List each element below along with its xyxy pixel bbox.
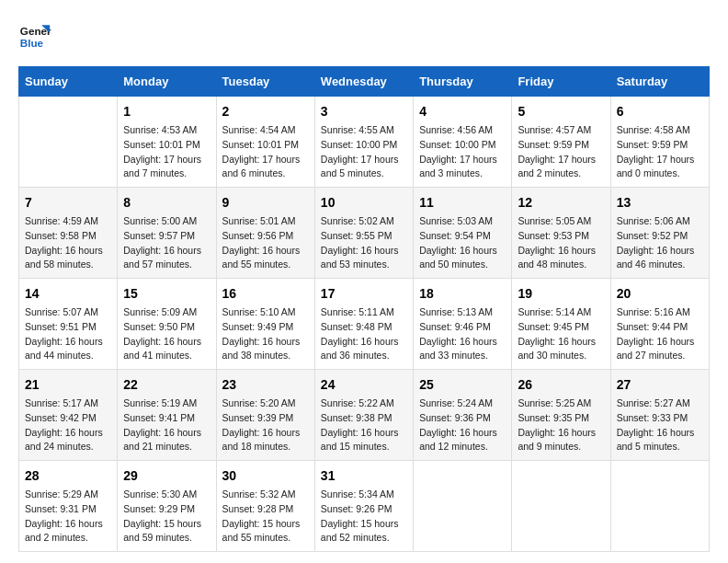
day-info: Sunrise: 5:07 AM Sunset: 9:51 PM Dayligh…: [25, 305, 111, 363]
calendar-cell: [610, 461, 709, 552]
logo: General Blue: [18, 18, 55, 52]
day-info: Sunrise: 5:22 AM Sunset: 9:38 PM Dayligh…: [321, 396, 407, 454]
day-number: 4: [419, 102, 506, 121]
day-info: Sunrise: 5:32 AM Sunset: 9:28 PM Dayligh…: [222, 488, 309, 546]
calendar-cell: [414, 461, 512, 552]
day-number: 22: [123, 375, 210, 395]
calendar-cell: 4Sunrise: 4:56 AM Sunset: 10:00 PM Dayli…: [414, 97, 512, 188]
calendar-cell: [512, 461, 610, 552]
day-number: 16: [222, 284, 309, 304]
day-number: 10: [321, 193, 407, 213]
day-number: 24: [321, 375, 407, 395]
calendar-week-row: 28Sunrise: 5:29 AM Sunset: 9:31 PM Dayli…: [19, 461, 710, 552]
day-info: Sunrise: 4:53 AM Sunset: 10:01 PM Daylig…: [123, 123, 210, 181]
day-number: 5: [518, 102, 604, 121]
day-info: Sunrise: 5:13 AM Sunset: 9:46 PM Dayligh…: [419, 305, 506, 363]
day-number: 23: [222, 375, 309, 395]
day-number: 8: [123, 193, 210, 213]
calendar-cell: 20Sunrise: 5:16 AM Sunset: 9:44 PM Dayli…: [610, 279, 709, 370]
calendar-cell: 6Sunrise: 4:58 AM Sunset: 9:59 PM Daylig…: [610, 97, 709, 188]
col-header-wednesday: Wednesday: [314, 67, 413, 97]
calendar-cell: 28Sunrise: 5:29 AM Sunset: 9:31 PM Dayli…: [19, 461, 118, 552]
col-header-saturday: Saturday: [610, 67, 709, 97]
day-info: Sunrise: 5:06 AM Sunset: 9:52 PM Dayligh…: [617, 214, 703, 272]
day-info: Sunrise: 5:24 AM Sunset: 9:36 PM Dayligh…: [419, 396, 506, 454]
day-info: Sunrise: 5:00 AM Sunset: 9:57 PM Dayligh…: [123, 214, 210, 272]
calendar-cell: 9Sunrise: 5:01 AM Sunset: 9:56 PM Daylig…: [216, 188, 314, 279]
day-number: 15: [123, 284, 210, 304]
day-number: 27: [617, 375, 703, 395]
svg-text:Blue: Blue: [20, 37, 44, 49]
calendar-cell: 13Sunrise: 5:06 AM Sunset: 9:52 PM Dayli…: [610, 188, 709, 279]
day-number: 7: [25, 193, 111, 213]
day-info: Sunrise: 5:17 AM Sunset: 9:42 PM Dayligh…: [25, 396, 111, 454]
day-info: Sunrise: 4:55 AM Sunset: 10:00 PM Daylig…: [321, 123, 407, 181]
calendar-cell: 7Sunrise: 4:59 AM Sunset: 9:58 PM Daylig…: [19, 188, 118, 279]
col-header-thursday: Thursday: [414, 67, 512, 97]
day-number: 11: [419, 193, 506, 213]
calendar-week-row: 21Sunrise: 5:17 AM Sunset: 9:42 PM Dayli…: [19, 370, 710, 461]
calendar-cell: 24Sunrise: 5:22 AM Sunset: 9:38 PM Dayli…: [314, 370, 413, 461]
calendar-week-row: 1Sunrise: 4:53 AM Sunset: 10:01 PM Dayli…: [19, 97, 710, 188]
page-header: General Blue: [18, 18, 710, 52]
day-info: Sunrise: 5:20 AM Sunset: 9:39 PM Dayligh…: [222, 396, 309, 454]
calendar-cell: 18Sunrise: 5:13 AM Sunset: 9:46 PM Dayli…: [414, 279, 512, 370]
calendar-cell: 25Sunrise: 5:24 AM Sunset: 9:36 PM Dayli…: [414, 370, 512, 461]
day-info: Sunrise: 5:03 AM Sunset: 9:54 PM Dayligh…: [419, 214, 506, 272]
day-number: 12: [518, 193, 604, 213]
calendar-cell: 12Sunrise: 5:05 AM Sunset: 9:53 PM Dayli…: [512, 188, 610, 279]
calendar-cell: 8Sunrise: 5:00 AM Sunset: 9:57 PM Daylig…: [118, 188, 216, 279]
day-info: Sunrise: 5:25 AM Sunset: 9:35 PM Dayligh…: [518, 396, 604, 454]
day-number: 17: [321, 284, 407, 304]
day-info: Sunrise: 5:09 AM Sunset: 9:50 PM Dayligh…: [123, 305, 210, 363]
col-header-monday: Monday: [118, 67, 216, 97]
calendar-cell: 17Sunrise: 5:11 AM Sunset: 9:48 PM Dayli…: [314, 279, 413, 370]
calendar-cell: 2Sunrise: 4:54 AM Sunset: 10:01 PM Dayli…: [216, 97, 314, 188]
calendar-cell: 15Sunrise: 5:09 AM Sunset: 9:50 PM Dayli…: [118, 279, 216, 370]
col-header-sunday: Sunday: [19, 67, 118, 97]
day-number: 26: [518, 375, 604, 395]
day-info: Sunrise: 4:56 AM Sunset: 10:00 PM Daylig…: [419, 123, 506, 181]
calendar-cell: 22Sunrise: 5:19 AM Sunset: 9:41 PM Dayli…: [118, 370, 216, 461]
day-number: 18: [419, 284, 506, 304]
day-info: Sunrise: 5:34 AM Sunset: 9:26 PM Dayligh…: [321, 488, 407, 546]
calendar-cell: 11Sunrise: 5:03 AM Sunset: 9:54 PM Dayli…: [414, 188, 512, 279]
day-number: 19: [518, 284, 604, 304]
day-number: 20: [617, 284, 703, 304]
day-number: 25: [419, 375, 506, 395]
day-info: Sunrise: 4:59 AM Sunset: 9:58 PM Dayligh…: [25, 214, 111, 272]
calendar-cell: 30Sunrise: 5:32 AM Sunset: 9:28 PM Dayli…: [216, 461, 314, 552]
calendar-cell: 19Sunrise: 5:14 AM Sunset: 9:45 PM Dayli…: [512, 279, 610, 370]
day-number: 31: [321, 466, 407, 486]
day-number: 30: [222, 466, 309, 486]
calendar-cell: 1Sunrise: 4:53 AM Sunset: 10:01 PM Dayli…: [118, 97, 216, 188]
calendar-header-row: SundayMondayTuesdayWednesdayThursdayFrid…: [19, 67, 710, 97]
day-info: Sunrise: 4:58 AM Sunset: 9:59 PM Dayligh…: [617, 123, 703, 181]
day-number: 14: [25, 284, 111, 304]
day-number: 28: [25, 466, 111, 486]
calendar-cell: 14Sunrise: 5:07 AM Sunset: 9:51 PM Dayli…: [19, 279, 118, 370]
calendar-cell: 27Sunrise: 5:27 AM Sunset: 9:33 PM Dayli…: [610, 370, 709, 461]
calendar-cell: 23Sunrise: 5:20 AM Sunset: 9:39 PM Dayli…: [216, 370, 314, 461]
calendar-cell: 31Sunrise: 5:34 AM Sunset: 9:26 PM Dayli…: [314, 461, 413, 552]
day-number: 13: [617, 193, 703, 213]
day-number: 9: [222, 193, 309, 213]
calendar-week-row: 7Sunrise: 4:59 AM Sunset: 9:58 PM Daylig…: [19, 188, 710, 279]
calendar-cell: 10Sunrise: 5:02 AM Sunset: 9:55 PM Dayli…: [314, 188, 413, 279]
day-info: Sunrise: 5:27 AM Sunset: 9:33 PM Dayligh…: [617, 396, 703, 454]
calendar-table: SundayMondayTuesdayWednesdayThursdayFrid…: [18, 66, 710, 552]
calendar-cell: 16Sunrise: 5:10 AM Sunset: 9:49 PM Dayli…: [216, 279, 314, 370]
calendar-cell: 3Sunrise: 4:55 AM Sunset: 10:00 PM Dayli…: [314, 97, 413, 188]
day-number: 2: [222, 102, 309, 121]
day-info: Sunrise: 5:01 AM Sunset: 9:56 PM Dayligh…: [222, 214, 309, 272]
day-info: Sunrise: 4:54 AM Sunset: 10:01 PM Daylig…: [222, 123, 309, 181]
calendar-cell: [19, 97, 118, 188]
col-header-friday: Friday: [512, 67, 610, 97]
logo-icon: General Blue: [18, 18, 51, 52]
day-info: Sunrise: 5:29 AM Sunset: 9:31 PM Dayligh…: [25, 488, 111, 546]
day-number: 3: [321, 102, 407, 121]
day-info: Sunrise: 5:19 AM Sunset: 9:41 PM Dayligh…: [123, 396, 210, 454]
day-info: Sunrise: 5:16 AM Sunset: 9:44 PM Dayligh…: [617, 305, 703, 363]
day-info: Sunrise: 5:30 AM Sunset: 9:29 PM Dayligh…: [123, 488, 210, 546]
day-number: 29: [123, 466, 210, 486]
